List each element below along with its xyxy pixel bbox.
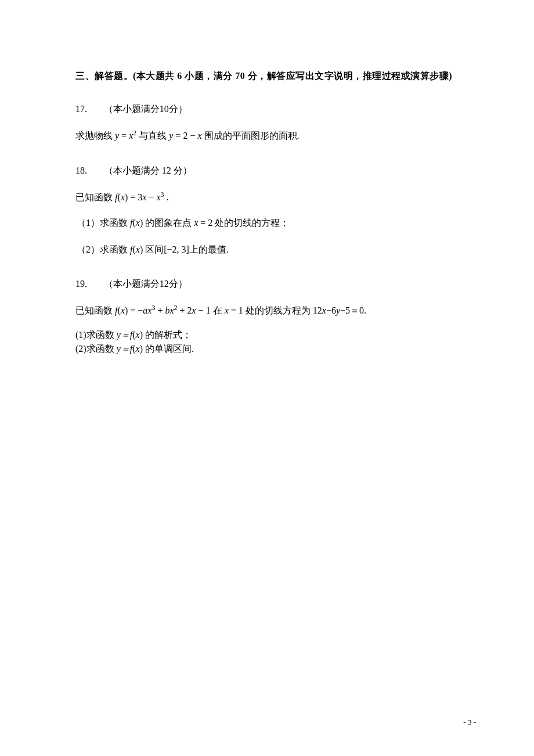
q18-p2pr: ) (140, 244, 143, 254)
question-18: 18. （本小题满分 12 分） 已知函数 f(x) = 3x − x3 . （… (75, 161, 459, 259)
question-17: 17. （本小题满分10分） 求抛物线 y = x2 与直线 y = 2 − x… (75, 100, 459, 145)
q19-p1y: y＝ (117, 330, 130, 340)
q19-x2e: 2 (174, 304, 178, 312)
q19-xeqv: = 1 (229, 305, 243, 315)
q19-p2y: y＝ (117, 344, 130, 354)
q18-t1: 已知函数 (75, 192, 115, 202)
q17-eq1-lhs: y (115, 131, 119, 141)
q18-part2: （2）求函数 f(x) 区间[−2, 3]上的最值. (75, 242, 459, 258)
q18-v1: x (142, 192, 146, 202)
q19-points: （本小题满分12分） (104, 279, 187, 289)
q18-v2e: 3 (161, 190, 164, 198)
q19-tc: −5＝0. (340, 305, 366, 315)
question-19: 19. （本小题满分12分） 已知函数 f(x) = −ax3 + bx2 + … (75, 275, 459, 356)
q19-ty: y (336, 305, 340, 315)
q18-p1eqv: = 2 (198, 218, 212, 228)
q18-p1pr: ) (140, 218, 143, 228)
q18-p2b: 区间 (145, 244, 164, 254)
q18-number: 18. (75, 161, 96, 180)
q17-points: （本小题满分10分） (104, 104, 187, 114)
q19-p2arg: x (136, 344, 140, 354)
q19-p1arg: x (136, 330, 140, 340)
q17-eq2-rhs: x (197, 131, 201, 141)
q19-part2: (2)求函数 y＝f(x) 的单调区间. (75, 342, 459, 356)
q17-eq1-eq: = (121, 131, 129, 141)
q18-v2: x3 (156, 192, 164, 202)
q19-arg: x (121, 305, 125, 315)
q18-p2a: （2）求函数 (77, 244, 130, 254)
q17-eq2-eq: = 2 − (175, 131, 197, 141)
q18-end: . (167, 192, 169, 202)
q18-interval: [−2, 3] (164, 244, 189, 254)
q18-part1: （1）求函数 f(x) 的图象在点 x = 2 处的切线的方程； (75, 215, 459, 232)
q18-eq: = 3 (130, 192, 142, 202)
q19-x2: x2 (169, 305, 177, 315)
q17-eq1-rhs: x2 (129, 131, 136, 141)
q17-t3: 围成的平面图形的面积. (204, 131, 300, 141)
q19-p2pr: ) (140, 344, 143, 354)
q19-tb: −6 (326, 305, 336, 315)
q19-p1pr: ) (140, 330, 143, 340)
q17-body: 求抛物线 y = x2 与直线 y = 2 − x 围成的平面图形的面积. (75, 127, 459, 145)
q18-p1d: 处的切线的方程； (215, 218, 289, 228)
q17-eq1-exp: 2 (133, 128, 136, 136)
page-content: 三、解答题。(本大题共 6 小题，满分 70 分，解答应写出文字说明，推理过程或… (0, 0, 534, 407)
q17-t2: 与直线 (139, 131, 169, 141)
q17-header: 17. （本小题满分10分） (75, 100, 459, 118)
q18-minus: − (149, 192, 156, 202)
q18-def: 已知函数 f(x) = 3x − x3 . (75, 188, 459, 207)
q19-plus1: + (157, 305, 165, 315)
q17-t1: 求抛物线 (75, 131, 115, 141)
q19-at: 处的切线方程为 (246, 305, 313, 315)
q18-points: （本小题满分 12 分） (104, 165, 192, 175)
q19-part1: (1)求函数 y＝f(x) 的解析式； (75, 328, 459, 342)
q19-eq: = − (130, 305, 143, 315)
q19-p1b: 的解析式； (145, 330, 192, 340)
q19-m1: − 1 (199, 305, 211, 315)
q19-p1a: (1)求函数 (75, 330, 117, 340)
q17-number: 17. (75, 100, 96, 118)
q18-arg: x (121, 192, 125, 202)
q18-p1a: （1）求函数 (77, 218, 130, 228)
q18-p1b: 的图象在点 (145, 218, 194, 228)
q18-p2arg: x (136, 244, 140, 254)
q19-number: 19. (75, 275, 96, 293)
q18-pr: ) (125, 192, 128, 202)
q19-x2b: x (169, 305, 174, 315)
section-heading: 三、解答题。(本大题共 6 小题，满分 70 分，解答应写出文字说明，推理过程或… (75, 69, 459, 84)
q19-pr: ) (125, 305, 128, 315)
q19-x1e: 3 (151, 304, 155, 312)
q19-parts: (1)求函数 y＝f(x) 的解析式； (2)求函数 y＝f(x) 的单调区间. (75, 328, 459, 356)
q19-x3: x (192, 305, 196, 315)
q18-p2c: 上的最值. (189, 244, 229, 254)
q18-p1arg: x (136, 218, 140, 228)
page-number: - 3 - (463, 718, 476, 727)
q19-in: 在 (213, 305, 225, 315)
q19-header: 19. （本小题满分12分） (75, 275, 459, 293)
q19-p2a: (2)求函数 (75, 344, 117, 354)
q18-v2b: x (156, 192, 160, 202)
q19-t1: 已知函数 (75, 305, 115, 315)
q19-ta: 12 (313, 305, 322, 315)
q19-tx: x (322, 305, 326, 315)
q19-plus2: + 2 (180, 305, 192, 315)
q18-header: 18. （本小题满分 12 分） (75, 161, 459, 180)
q17-eq2-lhs: y (169, 131, 173, 141)
q19-def: 已知函数 f(x) = −ax3 + bx2 + 2x − 1 在 x = 1 … (75, 301, 459, 320)
q19-x1: x3 (147, 305, 155, 315)
q19-p2b: 的单调区间. (145, 344, 194, 354)
q19-xeq: x (225, 305, 229, 315)
